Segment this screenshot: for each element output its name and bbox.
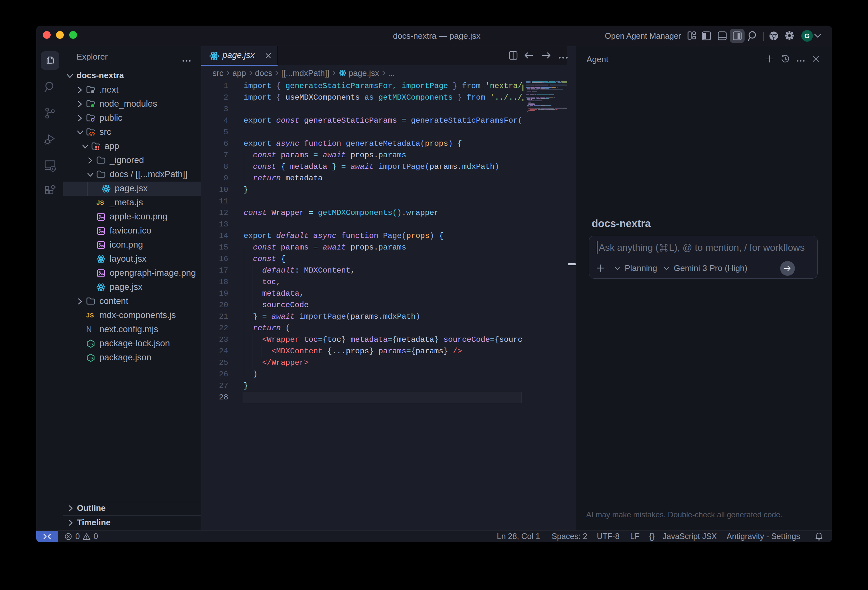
svg-text:JS: JS xyxy=(89,356,93,360)
svg-text:JS: JS xyxy=(89,342,93,346)
